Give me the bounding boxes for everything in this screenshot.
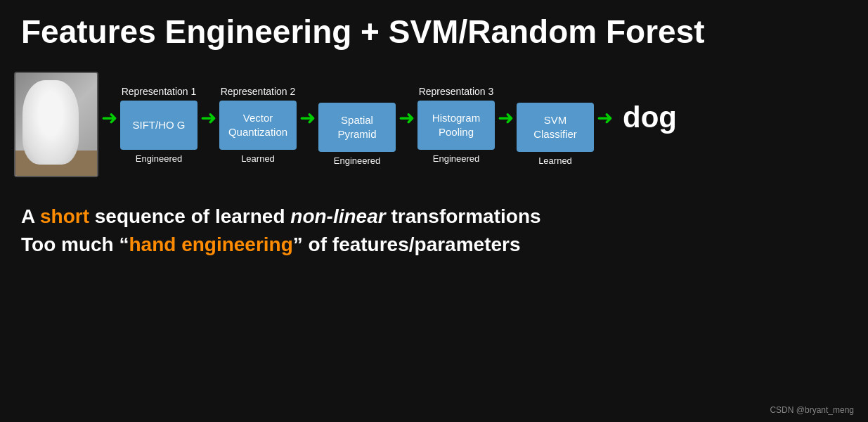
- arrow-2: ➜: [299, 106, 316, 129]
- box-sp: Spatial Pyramid Engineered: [318, 84, 396, 166]
- bottom-line-2: Too much “hand engineering” of features/…: [21, 234, 868, 256]
- pipeline-diagram: ➜ Representation 1 SIFT/HO G Engineered …: [0, 72, 868, 177]
- bottom-text-area: A short sequence of learned non-linear t…: [0, 205, 868, 256]
- box-sift-block: SIFT/HO G: [120, 101, 197, 150]
- box-hp: Representation 3 Histogram Pooling Engin…: [417, 86, 495, 164]
- rep-label-1: Representation 1: [122, 86, 197, 97]
- line1-end: transformations: [386, 205, 541, 227]
- rep-label-4: Representation 3: [419, 86, 494, 97]
- box-vq: Representation 2 Vector Quantization Lea…: [219, 86, 297, 164]
- arrow-5: ➜: [597, 106, 613, 129]
- arrow-1: ➜: [200, 106, 216, 129]
- input-image: [14, 72, 98, 177]
- line2-orange: hand engineering: [129, 234, 292, 255]
- box-hp-block: Histogram Pooling: [417, 101, 495, 150]
- line2-prefix: Too much “: [21, 234, 129, 255]
- sub-label-svm: Learned: [538, 155, 572, 166]
- output-label: dog: [623, 101, 677, 134]
- box-svm-block: SVM Classifier: [517, 103, 594, 152]
- bottom-line-1: A short sequence of learned non-linear t…: [21, 205, 868, 228]
- box-svm: SVM Classifier Learned: [517, 84, 594, 166]
- arrow-3: ➜: [399, 106, 415, 129]
- rep-label-2: Representation 2: [221, 86, 296, 97]
- watermark: CSDN @bryant_meng: [770, 405, 854, 415]
- line2-end: ” of features/parameters: [293, 234, 521, 255]
- arrow-4: ➜: [498, 106, 514, 129]
- page-title: Features Engineering + SVM/Random Forest: [0, 0, 868, 51]
- line1-italic: non-linear: [290, 205, 385, 227]
- sub-label-sp: Engineered: [334, 155, 381, 166]
- line1-mid: sequence of learned: [89, 205, 290, 227]
- sub-label-vq: Learned: [241, 153, 275, 164]
- box-sift: Representation 1 SIFT/HO G Engineered: [120, 86, 197, 164]
- box-sp-block: Spatial Pyramid: [318, 103, 396, 152]
- line1-prefix: A: [21, 205, 40, 227]
- arrow-0: ➜: [101, 106, 117, 129]
- box-vq-block: Vector Quantization: [219, 101, 297, 150]
- sub-label-hp: Engineered: [433, 153, 480, 164]
- sub-label-sift: Engineered: [136, 153, 183, 164]
- line1-short: short: [40, 205, 89, 227]
